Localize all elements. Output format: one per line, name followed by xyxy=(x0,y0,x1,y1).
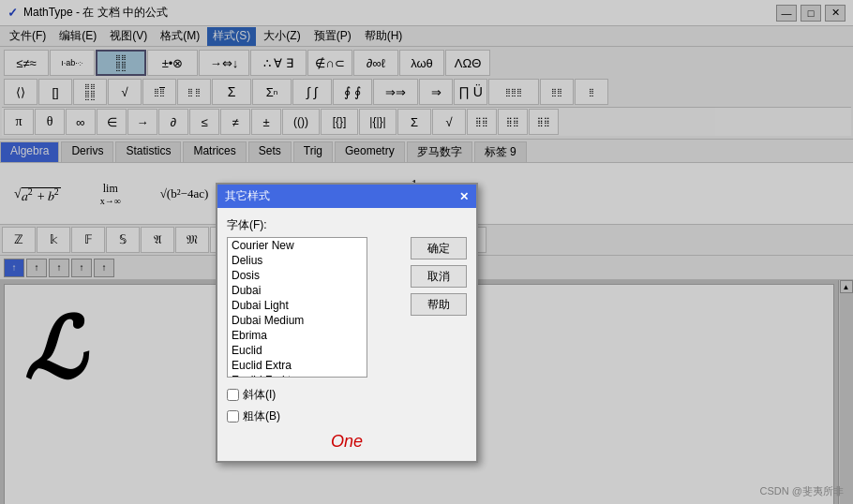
dialog-close-btn[interactable]: ✕ xyxy=(459,190,469,203)
font-item-dubai-medium[interactable]: Dubai Medium xyxy=(228,313,367,328)
italic-checkbox-row[interactable]: 斜体(I) xyxy=(227,387,467,403)
dialog-content: Courier NewDeliusDosisDubaiDubai LightDu… xyxy=(227,237,467,378)
bold-checkbox-row[interactable]: 粗体(B) xyxy=(227,408,467,424)
italic-label: 斜体(I) xyxy=(243,387,276,403)
italic-checkbox[interactable] xyxy=(227,389,239,401)
font-item-courier-new[interactable]: Courier New xyxy=(228,238,367,253)
font-item-ebrima[interactable]: Ebrima xyxy=(228,328,367,343)
preview-text: One xyxy=(227,432,467,452)
dialog-title: 其它样式 xyxy=(225,188,270,204)
bold-checkbox[interactable] xyxy=(227,410,239,422)
dialog-cancel-button[interactable]: 取消 xyxy=(411,265,467,288)
dialog-other-style: 其它样式 ✕ 字体(F): Courier NewDeliusDosisDuba… xyxy=(216,183,478,463)
dialog-body: 字体(F): Courier NewDeliusDosisDubaiDubai … xyxy=(217,208,476,461)
dialog-ok-button[interactable]: 确定 xyxy=(411,237,467,259)
dialog-font-label: 字体(F): xyxy=(227,217,467,233)
dialog-help-button[interactable]: 帮助 xyxy=(411,293,467,316)
font-item-dosis[interactable]: Dosis xyxy=(228,268,367,283)
dialog-overlay: 其它样式 ✕ 字体(F): Courier NewDeliusDosisDuba… xyxy=(0,0,853,504)
font-item-euclid-extra[interactable]: Euclid Extra xyxy=(228,358,367,373)
dialog-checkboxes: 斜体(I) 粗体(B) xyxy=(227,387,467,424)
font-item-dubai-light[interactable]: Dubai Light xyxy=(228,298,367,313)
font-list[interactable]: Courier NewDeliusDosisDubaiDubai LightDu… xyxy=(227,237,367,378)
dialog-titlebar: 其它样式 ✕ xyxy=(217,185,476,208)
font-item-dubai[interactable]: Dubai xyxy=(228,283,367,298)
font-item-euclid-fraktur[interactable]: Euclid Fraktur xyxy=(228,373,367,378)
bold-label: 粗体(B) xyxy=(243,408,280,424)
dialog-buttons: 确定 取消 帮助 xyxy=(411,237,467,378)
font-list-container: Courier NewDeliusDosisDubaiDubai LightDu… xyxy=(227,237,403,378)
font-item-delius[interactable]: Delius xyxy=(228,253,367,268)
font-item-euclid[interactable]: Euclid xyxy=(228,343,367,358)
